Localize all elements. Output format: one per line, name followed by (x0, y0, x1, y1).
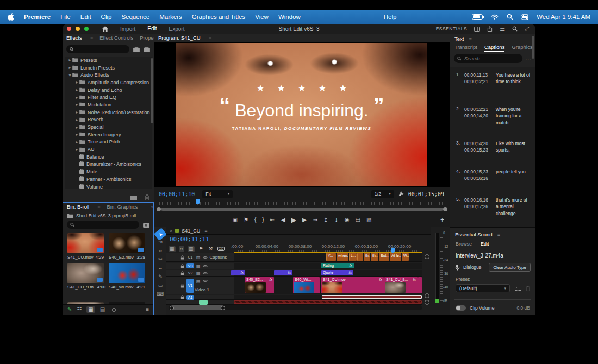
delete-icon[interactable] (145, 194, 149, 200)
bin-clip[interactable]: S40_Wi.mov4:21 (109, 263, 145, 290)
more-options-icon[interactable]: ... (526, 55, 532, 61)
audio-clip-selected[interactable] (322, 295, 422, 299)
program-monitor-title[interactable]: Program: S41_CU (158, 35, 201, 41)
caption-clip[interactable] (357, 253, 363, 261)
button-editor-icon[interactable]: + (440, 216, 444, 224)
essential-sound-title[interactable]: Essential Sound (455, 231, 493, 237)
track-header[interactable]: V2▤ (166, 270, 234, 277)
bin-search-field[interactable] (77, 222, 136, 228)
type-tool[interactable]: ⌨ (155, 291, 165, 298)
nav-import[interactable]: Import (120, 25, 135, 33)
effects-tree-item[interactable]: Balance (65, 153, 152, 161)
go-to-out-icon[interactable]: ⇥ (313, 217, 317, 223)
effects-search-input[interactable] (66, 45, 129, 53)
extract-icon[interactable]: ↧ (334, 217, 338, 223)
tab-edit[interactable]: Edit (481, 241, 489, 248)
minimize-window-button[interactable] (76, 27, 80, 31)
program-scrollbar[interactable] (157, 206, 447, 212)
caption-text[interactable]: when you're training for a match. (496, 106, 535, 126)
caption-clip[interactable]: th... (364, 253, 370, 261)
a1-track-lane[interactable] (234, 295, 422, 300)
effects-tree-item[interactable]: Volume (65, 183, 152, 189)
chevron-right-icon[interactable]: ▸ (74, 95, 79, 100)
step-forward-icon[interactable]: ▶ (302, 217, 307, 223)
clip-thumbnail[interactable] (67, 233, 104, 253)
settings-icon[interactable]: ▧ (366, 217, 371, 223)
caption-text[interactable]: people tell you (496, 168, 535, 181)
clip-thumbnail[interactable] (109, 233, 145, 253)
clip-volume-toggle[interactable] (456, 305, 466, 311)
caption-text[interactable]: Like with most sports, (496, 140, 535, 154)
menu-clock[interactable]: Wed Apr 1 9:41 AM (537, 14, 590, 20)
chevron-right-icon[interactable]: ▸ (74, 125, 79, 130)
accelerated-effects-icon[interactable] (133, 47, 140, 52)
caption-row[interactable]: 1.00;00;11;1300;00;12;21You have a lot o… (450, 72, 535, 85)
clear-audio-type-button[interactable]: Clear Audio Type (489, 263, 531, 272)
caption-text[interactable]: You have a lot of time to think (496, 72, 535, 85)
multi-camera-icon[interactable]: ▤ (356, 217, 360, 223)
effects-tree-item[interactable]: Panner - Ambisonics (65, 175, 152, 183)
menu-app-name[interactable]: Premiere (24, 14, 51, 20)
home-icon[interactable] (102, 26, 108, 32)
captions-track-lane[interactable]: Y...when...L...th...th...But...At le...W… (234, 253, 422, 262)
find-in-bin-icon[interactable] (143, 222, 149, 228)
menu-window[interactable]: Window (278, 14, 301, 20)
effects-tree-item[interactable]: Mute (65, 168, 152, 175)
quick-export-icon[interactable]: ☰ (500, 26, 505, 33)
menu-sequence[interactable]: Sequence (121, 14, 149, 20)
timeline-horizontal-scrollbar[interactable] (169, 305, 422, 310)
timeline-playhead[interactable] (391, 248, 395, 253)
thumbnail-zoom-slider[interactable] (112, 310, 139, 310)
effects-tree-item[interactable]: ▸Reverb (65, 116, 152, 124)
tab-captions[interactable]: Captions (484, 44, 505, 52)
captions-cc-icon[interactable]: CC (217, 247, 225, 252)
pen-edit-icon[interactable]: ✎ (67, 307, 72, 312)
control-center-icon[interactable] (521, 14, 528, 20)
panel-menu-icon[interactable]: ≡ (497, 232, 500, 237)
chevron-right-icon[interactable]: ▸ (74, 147, 79, 152)
delete-preset-icon[interactable] (526, 286, 530, 291)
battery-icon[interactable] (472, 14, 483, 20)
effects-tree-item[interactable]: ▸Stereo Imagery (65, 131, 152, 139)
razor-tool[interactable]: ✂ (155, 256, 165, 263)
panel-menu-icon[interactable]: ≡ (209, 35, 211, 41)
program-playhead[interactable] (196, 199, 200, 204)
video-clip[interactable]: S41_CU.movfx (321, 277, 384, 293)
captions-search-input[interactable] (454, 54, 522, 63)
comparison-view-icon[interactable]: ▣ (233, 217, 238, 223)
go-to-in-icon[interactable]: ⇤ (270, 217, 275, 223)
nest-source-icon[interactable]: ▦ (169, 246, 176, 252)
play-icon[interactable]: ▶ (291, 217, 296, 223)
add-marker-icon[interactable]: ⚑ (244, 217, 248, 223)
playback-resolution-dropdown[interactable]: 1/2▾ (371, 190, 394, 198)
menu-view[interactable]: View (255, 14, 269, 20)
caption-row[interactable]: 2.00;00;12;2100;00;14;20when you're trai… (450, 106, 535, 126)
lift-icon[interactable]: ↥ (323, 217, 328, 223)
bin-search-input[interactable] (67, 221, 139, 229)
settings-wrench-icon[interactable] (398, 191, 404, 197)
tab-effects[interactable]: Effects (66, 35, 82, 41)
effects-scrollbar[interactable] (151, 58, 153, 123)
captions-search-field[interactable] (464, 56, 519, 61)
tab-bin-broll[interactable]: Bin: B-roll (67, 204, 89, 210)
video-clip[interactable]: S40_Wi... (293, 277, 320, 293)
tab-bin-graphics[interactable]: Bin: Graphics (107, 204, 138, 210)
video-clip[interactable] (418, 277, 422, 293)
zoom-level-dropdown[interactable]: Fit▾ (202, 190, 233, 198)
panel-menu-icon[interactable]: ≡ (90, 35, 93, 41)
menu-help[interactable]: Help (384, 14, 397, 20)
search-history-icon[interactable] (512, 26, 518, 32)
spotlight-search-icon[interactable] (507, 14, 513, 20)
chevron-right-icon[interactable]: ▸ (74, 87, 79, 92)
marker-icon[interactable]: ⚑ (198, 246, 204, 252)
v1-track-lane[interactable]: S40_E2...fxS40_Wi...S41_CU.movfxS41_CU_9… (234, 277, 422, 294)
rating-graphic-clip[interactable]: Ratingfx (321, 263, 354, 268)
chevron-right-icon[interactable]: ▸ (67, 58, 72, 62)
effects-tree-item[interactable]: ▸Lumetri Presets (65, 64, 152, 72)
effects-search-field[interactable] (77, 47, 126, 52)
effects-tree-item[interactable]: Binauralizer - Ambisonics (65, 161, 152, 168)
track-header[interactable] (166, 300, 234, 305)
menu-clip[interactable]: Clip (101, 14, 112, 20)
linked-selection-icon[interactable]: ▥ (188, 246, 195, 252)
effects-tree-item[interactable]: ▾Audio Effects (65, 71, 152, 79)
